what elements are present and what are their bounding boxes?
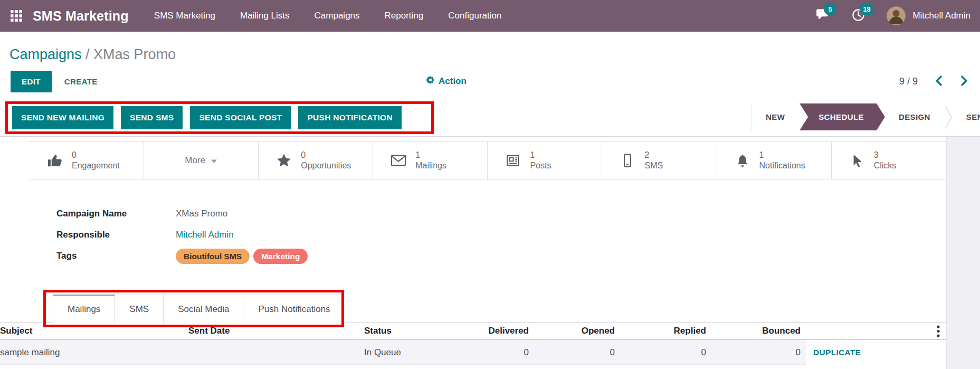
field-responsible: Responsible Mitchell Admin [56,227,980,243]
column-header-delivered[interactable]: Delivered [479,326,534,336]
stat-button-more[interactable]: More [144,141,259,179]
table-cell-sample-mailing[interactable]: sample mailing [0,347,188,358]
menu-item-sms-marketing[interactable]: SMS Marketing [154,11,215,21]
column-header-replied[interactable]: Replied [620,326,711,336]
annotation-box-send-buttons: SEND NEW MAILINGSEND SMSSEND SOCIAL POST… [5,101,434,134]
tag-bioutifoul-sms: Bioutifoul SMS [176,249,250,264]
form-sheet: Campaign Name XMas Promo Responsible Mit… [56,206,980,264]
pager-value[interactable]: 9 / 9 [899,76,918,87]
send-button-send-social-post[interactable]: SEND SOCIAL POST [190,106,291,129]
table-cell-0[interactable]: 0 [620,347,711,358]
tab-sms[interactable]: SMS [115,295,164,323]
stat-label: More [185,155,205,166]
table-cell-0[interactable]: 0 [534,347,620,358]
menu-item-reporting[interactable]: Reporting [385,11,424,21]
pager-next-button[interactable] [959,74,969,89]
tab-social-media[interactable]: Social Media [164,295,244,323]
stat-button-clicks[interactable]: 3 Clicks [832,141,946,179]
stat-value: 1 [530,150,551,160]
column-header-subject[interactable]: Subject [0,326,188,336]
stage-schedule[interactable]: SCHEDULE [800,103,885,130]
activities-button[interactable]: 18 [851,8,865,23]
table-cell-duplicate[interactable]: DUPLICATE [806,340,946,365]
tags-list: Bioutifoul SMSMarketing [176,249,308,264]
stat-label: Engagement [72,160,120,171]
menu-item-mailing-lists[interactable]: Mailing Lists [240,11,290,21]
breadcrumb-separator: / [82,46,94,62]
column-header-opened[interactable]: Opened [534,326,620,336]
control-panel: EDIT CREATE Action 9 / 9 [0,65,980,97]
bell-icon [734,153,751,168]
action-menu-label: Action [439,76,467,87]
top-navbar: SMS Marketing SMS MarketingMailing Lists… [0,0,980,32]
thumbs-up-icon [46,153,63,168]
stat-button-row: 0 Engagement More 0 Opportunities 1 [30,141,946,179]
mailings-table: SubjectSent DateStatusDeliveredOpenedRep… [0,323,946,365]
stat-value: 1 [415,150,446,160]
sms-marketing-app-window: SMS Marketing SMS MarketingMailing Lists… [0,0,980,369]
user-name: Mitchell Admin [912,11,971,21]
status-pipeline: NEWSCHEDULEDESIGNSENT [751,103,980,130]
cursor-icon [849,153,865,168]
responsible-value-link[interactable]: Mitchell Admin [176,230,234,240]
stage-design[interactable]: DESIGN [885,103,944,130]
stat-label: Mailings [415,160,446,171]
kebab-icon[interactable] [937,323,940,340]
column-header-bounced[interactable]: Bounced [711,326,806,336]
notebook-tabs: MailingsSMSSocial MediaPush Notification… [53,295,946,323]
envelope-icon [390,153,407,168]
send-button-send-sms[interactable]: SEND SMS [121,106,183,129]
pager-previous-button[interactable] [934,74,944,89]
right-gutter [946,137,980,369]
column-header-status[interactable]: Status [364,326,479,336]
stage-new[interactable]: NEW [752,103,798,130]
menu-item-configuration[interactable]: Configuration [448,11,501,21]
table-row[interactable]: sample mailingIn Queue0000DUPLICATE [0,340,946,365]
pager: 9 / 9 [899,74,969,89]
messages-count-badge: 5 [824,3,836,15]
tab-mailings[interactable]: Mailings [53,295,115,323]
stat-label: SMS [644,160,663,171]
breadcrumb-parent-link[interactable]: Campaigns [9,46,82,62]
newspaper-icon [505,153,521,168]
stat-button-notifications[interactable]: 1 Notifications [717,141,832,179]
tab-push-notifications[interactable]: Push Notifications [244,295,345,323]
gear-icon [426,75,435,87]
create-button[interactable]: CREATE [64,77,98,86]
mobile-icon [619,153,636,168]
edit-button[interactable]: EDIT [11,71,52,92]
table-cell-in-queue[interactable]: In Queue [364,347,479,358]
stat-button-sms[interactable]: 2 SMS [602,141,717,179]
grid-icon[interactable] [9,9,23,23]
menu-item-campaigns[interactable]: Campaigns [315,11,360,21]
stat-value: 3 [874,150,897,160]
activities-count-badge: 18 [860,3,873,15]
notebook-tab-bar: MailingsSMSSocial MediaPush Notification… [0,295,946,323]
navbar-systray: 5 18 Mitchell Admin [815,6,971,25]
main-menu: SMS MarketingMailing ListsCampaignsRepor… [154,11,502,21]
column-header-sent-date[interactable]: Sent Date [188,326,364,336]
send-button-push-notification[interactable]: PUSH NOTIFICATION [298,106,402,129]
stat-button-mailings[interactable]: 1 Mailings [373,141,488,179]
form-statusbar-row: SEND NEW MAILINGSEND SMSSEND SOCIAL POST… [0,97,980,137]
field-campaign-name: Campaign Name XMas Promo [56,206,980,222]
stat-button-opportunities[interactable]: 0 Opportunities [259,141,373,179]
stat-button-posts[interactable]: 1 Posts [488,141,602,179]
tags-label: Tags [56,251,176,261]
stat-button-engagement[interactable]: 0 Engagement [30,141,144,179]
tag-marketing: Marketing [253,249,308,264]
table-cell-0[interactable]: 0 [479,347,534,358]
star-icon [275,153,292,168]
table-cell-0[interactable]: 0 [711,347,806,358]
app-brand[interactable]: SMS Marketing [33,8,129,24]
stage-sent[interactable]: SENT [953,103,980,130]
user-menu[interactable]: Mitchell Admin [887,6,971,25]
send-button-send-new-mailing[interactable]: SEND NEW MAILING [12,106,113,129]
breadcrumb: Campaigns / XMas Promo [0,32,980,65]
stat-label: Opportunities [301,160,351,171]
messages-button[interactable]: 5 [815,8,830,23]
action-menu-button[interactable]: Action [426,75,467,87]
campaign-name-value: XMas Promo [176,209,227,219]
stat-value: 1 [759,150,805,160]
stat-value: 0 [301,150,351,160]
